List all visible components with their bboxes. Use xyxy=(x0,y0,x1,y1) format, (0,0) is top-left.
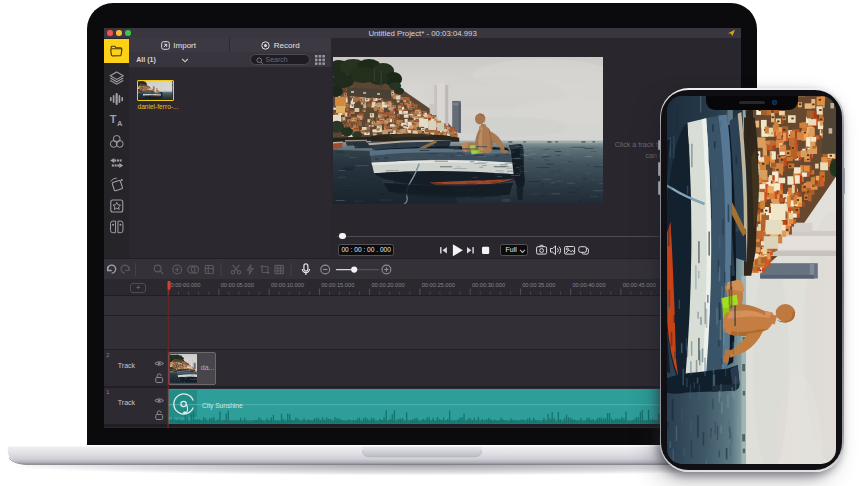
svg-text:00:00:05.000: 00:00:05.000 xyxy=(220,282,253,288)
svg-text:00:00:30.000: 00:00:30.000 xyxy=(472,282,505,288)
svg-text:00:00:15.000: 00:00:15.000 xyxy=(321,282,354,288)
svg-text:00:00:35.000: 00:00:35.000 xyxy=(522,282,555,288)
svg-text:00:00:20.000: 00:00:20.000 xyxy=(371,282,404,288)
svg-text:00:00:25.000: 00:00:25.000 xyxy=(421,282,454,288)
svg-text:00:00:45.000: 00:00:45.000 xyxy=(622,282,655,288)
svg-text:00:00:10.000: 00:00:10.000 xyxy=(271,282,304,288)
svg-text:00:00:40.000: 00:00:40.000 xyxy=(572,282,605,288)
